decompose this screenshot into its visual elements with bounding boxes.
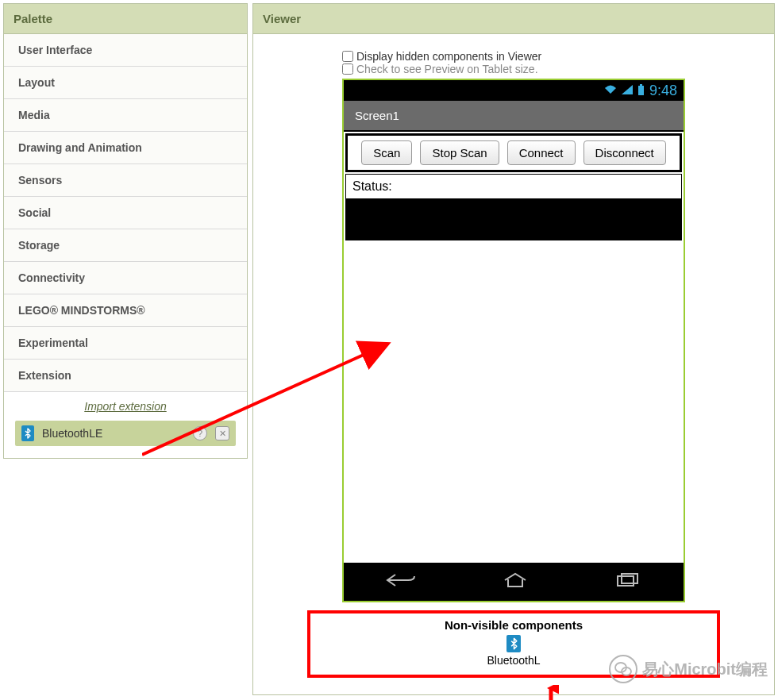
bluetooth-icon (21, 425, 34, 441)
viewer-panel: Viewer Display hidden components in View… (252, 3, 775, 695)
category-user-interface[interactable]: User Interface (4, 34, 247, 67)
signal-icon (622, 84, 633, 98)
scan-button[interactable]: Scan (361, 140, 412, 165)
nonvisible-title: Non-visible components (317, 618, 711, 632)
nav-bar (344, 563, 684, 601)
arrow-annotation-2 (543, 685, 559, 700)
category-storage[interactable]: Storage (4, 229, 247, 262)
component-label: BluetoothLE (42, 427, 185, 440)
close-icon[interactable]: ✕ (215, 426, 229, 440)
category-lego[interactable]: LEGO® MINDSTORMS® (4, 294, 247, 327)
phone-frame: 9:48 Screen1 Scan Stop Scan Connect Disc… (342, 79, 685, 602)
import-extension-link[interactable]: Import extension (15, 400, 236, 413)
category-sensors[interactable]: Sensors (4, 164, 247, 197)
connect-button[interactable]: Connect (507, 140, 576, 165)
category-media[interactable]: Media (4, 99, 247, 132)
check-tablet[interactable] (342, 63, 353, 75)
svg-rect-3 (622, 574, 637, 583)
wechat-icon (609, 655, 637, 683)
check-hidden[interactable] (342, 51, 353, 62)
check-hidden-label: Display hidden components in Viewer (356, 50, 541, 63)
battery-icon (637, 84, 645, 98)
listview-placeholder (345, 199, 682, 240)
extension-body: Import extension BluetoothLE ? ✕ (4, 392, 247, 457)
disconnect-button[interactable]: Disconnect (584, 140, 666, 165)
watermark: 易心Microbit编程 (609, 655, 768, 683)
palette-panel: Palette User Interface Layout Media Draw… (3, 3, 248, 459)
category-drawing[interactable]: Drawing and Animation (4, 132, 247, 164)
category-layout[interactable]: Layout (4, 67, 247, 99)
phone-time: 9:48 (649, 83, 677, 99)
recent-icon[interactable] (614, 573, 641, 590)
watermark-text: 易心Microbit编程 (642, 659, 768, 680)
button-row: Scan Stop Scan Connect Disconnect (345, 133, 682, 172)
category-extension[interactable]: Extension (4, 360, 247, 392)
back-icon[interactable] (386, 573, 416, 590)
phone-canvas (344, 240, 684, 563)
svg-rect-2 (618, 576, 634, 586)
phone-status-bar: 9:48 (344, 80, 684, 101)
check-tablet-label: Check to see Preview on Tablet size. (356, 63, 538, 75)
screen-title: Screen1 (344, 101, 684, 132)
svg-rect-1 (640, 84, 642, 86)
check-tablet-row[interactable]: Check to see Preview on Tablet size. (342, 63, 685, 75)
nonvisible-item-label: BluetoothL (487, 654, 541, 667)
svg-rect-0 (638, 86, 644, 95)
viewer-body: Display hidden components in Viewer Chec… (253, 34, 774, 693)
home-icon[interactable] (500, 572, 530, 591)
help-icon[interactable]: ? (193, 426, 207, 440)
category-social[interactable]: Social (4, 197, 247, 229)
bluetooth-icon (506, 635, 521, 652)
status-label: Status: (345, 174, 682, 199)
stop-scan-button[interactable]: Stop Scan (420, 140, 499, 165)
category-connectivity[interactable]: Connectivity (4, 262, 247, 294)
viewer-title: Viewer (253, 4, 774, 34)
check-hidden-row[interactable]: Display hidden components in Viewer (342, 50, 685, 63)
palette-title: Palette (4, 4, 247, 34)
wifi-icon (604, 84, 617, 98)
component-bluetoothle[interactable]: BluetoothLE ? ✕ (15, 421, 236, 446)
category-experimental[interactable]: Experimental (4, 327, 247, 360)
